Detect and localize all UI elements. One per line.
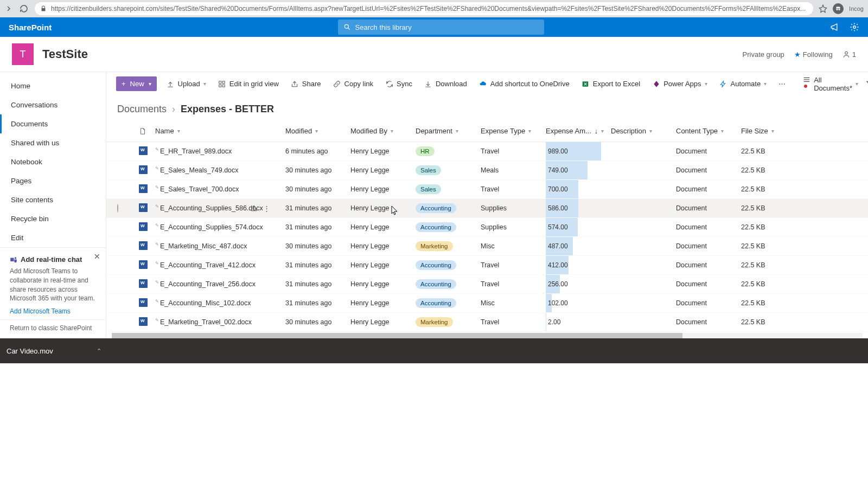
search-box[interactable] [338, 20, 544, 35]
cell-modified-by[interactable]: Henry Legge [350, 242, 416, 250]
site-title[interactable]: TestSite [42, 47, 88, 61]
nav-item-notebook[interactable]: Notebook [0, 152, 106, 171]
cell-modified-by[interactable]: Henry Legge [350, 223, 416, 231]
cell-content-type: Document [676, 204, 741, 212]
breadcrumb-root[interactable]: Documents [117, 104, 167, 115]
column-header-department[interactable]: Department▾ [416, 127, 481, 135]
megaphone-icon[interactable] [830, 22, 840, 32]
cell-modified-by[interactable]: Henry Legge [350, 147, 416, 155]
file-name-link[interactable]: ✎E_Sales_Meals_749.docx [155, 166, 239, 174]
download-item[interactable]: Car Video.mov ⌃ [7, 347, 101, 355]
incognito-badge[interactable] [833, 3, 844, 14]
nav-item-conversations[interactable]: Conversations [0, 95, 106, 114]
table-row[interactable]: ✎E_HR_Travel_989.docx ⋮ 6 minutes ago He… [106, 142, 868, 161]
column-header-filetype[interactable] [139, 127, 155, 135]
table-row[interactable]: ✎E_Accounting_Travel_256.docx ⋮ 31 minut… [106, 275, 868, 294]
settings-gear-icon[interactable] [850, 22, 859, 32]
cell-expense-amount: 487.00 [546, 237, 611, 255]
table-row[interactable]: ✎E_Accounting_Travel_412.docx ⋮ 31 minut… [106, 256, 868, 275]
cell-file-size: 22.5 KB [741, 147, 784, 155]
cell-modified-by[interactable]: Henry Legge [350, 204, 416, 212]
file-name-link[interactable]: ✎E_Accounting_Travel_412.docx [155, 261, 256, 269]
table-row[interactable]: ✎E_Marketing_Travel_002.docx ⋮ 30 minute… [106, 313, 868, 332]
more-commands-button[interactable]: ⋯ [776, 78, 788, 90]
column-header-description[interactable]: Description▾ [611, 127, 676, 135]
table-row[interactable]: ✎E_Accounting_Misc_102.docx ⋮ 31 minutes… [106, 294, 868, 313]
cell-modified-by[interactable]: Henry Legge [350, 318, 416, 326]
nav-item-edit[interactable]: Edit [0, 228, 106, 247]
nav-item-site-contents[interactable]: Site contents [0, 190, 106, 209]
more-row-icon[interactable]: ⋮ [263, 204, 270, 213]
sharepoint-brand[interactable]: SharePoint [9, 23, 52, 32]
filter-icon[interactable] [866, 80, 868, 88]
svg-point-1 [839, 9, 840, 10]
search-input[interactable] [355, 23, 539, 31]
row-select-radio[interactable] [117, 204, 118, 213]
file-name-link[interactable]: ✎E_Marketing_Travel_002.docx [155, 318, 252, 326]
url-text: https://citizenbuilders.sharepoint.com/s… [51, 5, 806, 12]
cell-file-size: 22.5 KB [741, 280, 784, 288]
file-name-link[interactable]: ✎E_Accounting_Supplies_574.docx [155, 223, 263, 231]
cell-modified-by[interactable]: Henry Legge [350, 299, 416, 307]
horizontal-scrollbar[interactable] [112, 333, 863, 338]
star-filled-icon: ★ [794, 50, 801, 59]
cell-modified-by[interactable]: Henry Legge [350, 185, 416, 193]
share-row-icon[interactable] [250, 204, 258, 213]
new-button[interactable]: + New ▾ [116, 76, 157, 91]
table-row[interactable]: ✎E_Sales_Travel_700.docx ⋮ 30 minutes ag… [106, 180, 868, 199]
column-header-file-size[interactable]: File Size▾ [741, 127, 784, 135]
cell-expense-amount: 412.00 [546, 256, 611, 274]
nav-item-recycle-bin[interactable]: Recycle bin [0, 209, 106, 228]
chevron-up-icon[interactable]: ⌃ [97, 348, 101, 355]
power-apps-button[interactable]: Power Apps ▾ [650, 78, 709, 90]
column-header-content-type[interactable]: Content Type▾ [676, 127, 741, 135]
table-row[interactable]: ✎E_Accounting_Supplies_574.docx ⋮ 31 min… [106, 218, 868, 237]
members-button[interactable]: 1 [843, 50, 856, 59]
site-logo[interactable]: T [12, 43, 34, 65]
column-header-name[interactable]: Name▾ [155, 127, 285, 135]
add-shortcut-button[interactable]: Add shortcut to OneDrive [477, 78, 572, 90]
copy-link-button[interactable]: Copy link [331, 78, 375, 90]
close-icon[interactable]: ✕ [94, 252, 100, 261]
cell-modified-by[interactable]: Henry Legge [350, 280, 416, 288]
url-bar[interactable]: https://citizenbuilders.sharepoint.com/s… [35, 2, 813, 15]
upload-button[interactable]: Upload ▾ [164, 78, 208, 90]
table-row[interactable]: ✎E_Accounting_Supplies_586.docx ⋮ 31 min… [106, 199, 868, 218]
nav-item-home[interactable]: Home [0, 76, 106, 95]
column-header-modified-by[interactable]: Modified By▾ [350, 127, 416, 135]
file-name-link[interactable]: ✎E_Accounting_Misc_102.docx [155, 299, 251, 307]
nav-item-pages[interactable]: Pages [0, 171, 106, 190]
teams-card-link[interactable]: Add Microsoft Teams [10, 307, 96, 315]
cell-modified: 31 minutes ago [285, 223, 350, 231]
cell-modified-by[interactable]: Henry Legge [350, 166, 416, 174]
nav-item-shared-with-us[interactable]: Shared with us [0, 133, 106, 152]
following-button[interactable]: ★ Following [794, 50, 833, 59]
column-header-expense-amount[interactable]: Expense Am...↓▾ [546, 127, 611, 135]
browser-reload-icon[interactable] [20, 4, 29, 13]
word-file-icon [139, 165, 148, 174]
cell-modified: 31 minutes ago [285, 261, 350, 269]
nav-item-documents[interactable]: Documents [0, 114, 106, 133]
bookmark-star-icon[interactable] [819, 4, 827, 13]
file-name-link[interactable]: ✎E_Marketing_Misc_487.docx [155, 242, 247, 250]
table-row[interactable]: ✎E_Sales_Meals_749.docx ⋮ 30 minutes ago… [106, 161, 868, 180]
word-file-icon [139, 317, 148, 326]
table-row[interactable]: ✎E_Marketing_Misc_487.docx ⋮ 30 minutes … [106, 237, 868, 256]
view-selector[interactable]: All Documents* ▾ [803, 76, 858, 92]
file-name-link[interactable]: ✎E_Accounting_Travel_256.docx [155, 280, 256, 288]
file-name-link[interactable]: ✎E_Sales_Travel_700.docx [155, 185, 239, 193]
automate-button[interactable]: Automate ▾ [717, 78, 769, 90]
browser-forward-icon[interactable] [4, 4, 14, 13]
column-header-modified[interactable]: Modified▾ [285, 127, 350, 135]
column-header-expense-type[interactable]: Expense Type▾ [481, 127, 546, 135]
svg-point-0 [837, 9, 838, 10]
file-name-link[interactable]: ✎E_Accounting_Supplies_586.docx [155, 204, 263, 212]
download-button[interactable]: Download [422, 78, 469, 90]
share-button[interactable]: Share [289, 78, 323, 90]
file-name-link[interactable]: ✎E_HR_Travel_989.docx [155, 147, 232, 155]
export-excel-button[interactable]: Export to Excel [579, 78, 642, 90]
sync-button[interactable]: Sync [383, 78, 414, 90]
cell-modified-by[interactable]: Henry Legge [350, 261, 416, 269]
edit-grid-button[interactable]: Edit in grid view [216, 78, 281, 90]
return-classic-link[interactable]: Return to classic SharePoint [0, 319, 106, 338]
